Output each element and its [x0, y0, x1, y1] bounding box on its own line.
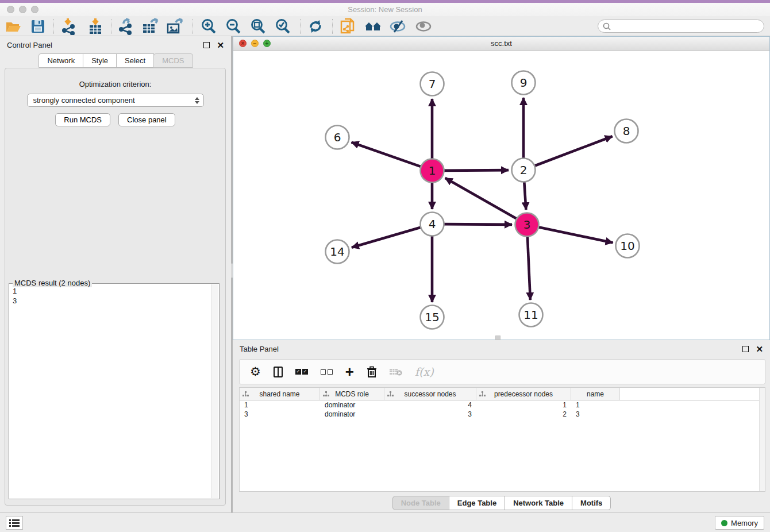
network-canvas[interactable]: 7968124314101511	[233, 51, 769, 340]
control-panel-title: Control Panel	[7, 41, 203, 49]
export-table-icon[interactable]	[142, 18, 159, 35]
export-image-icon[interactable]	[167, 18, 184, 35]
toolbar-separator	[53, 19, 54, 34]
table-cell[interactable]: 3	[384, 410, 476, 418]
tab-style[interactable]: Style	[83, 53, 117, 68]
table-row[interactable]: 1dominator411	[240, 400, 765, 410]
network-view-window: × − + scc.txt 7968124314101511	[233, 36, 770, 340]
tab-node-table[interactable]: Node Table	[392, 496, 449, 510]
run-mcds-button[interactable]: Run MCDS	[55, 113, 110, 126]
refresh-icon[interactable]	[307, 18, 324, 35]
table-cell[interactable]: 2	[476, 410, 571, 418]
close-panel-icon[interactable]: ✕	[217, 41, 224, 49]
table-cell[interactable]: 4	[384, 401, 476, 409]
graph-node-label: 9	[520, 76, 528, 90]
column-header-successor-nodes[interactable]: successor nodes	[384, 388, 476, 400]
table-cell[interactable]: dominator	[320, 410, 384, 418]
optimization-criterion-label: Optimization criterion:	[5, 80, 225, 88]
column-header-name[interactable]: name	[571, 388, 620, 400]
import-table-icon[interactable]	[87, 18, 104, 35]
memory-button[interactable]: Memory	[715, 516, 764, 530]
graph-node-label: 8	[623, 124, 630, 138]
zoom-in-icon[interactable]	[200, 18, 217, 35]
tab-select[interactable]: Select	[116, 53, 154, 68]
column-label: successor nodes	[404, 390, 456, 398]
open-session-icon[interactable]	[5, 18, 22, 35]
network-maximize-button[interactable]: +	[263, 40, 271, 47]
sort-hierarchy-icon	[387, 391, 394, 397]
column-header-predecessor-nodes[interactable]: predecessor nodes	[476, 388, 571, 400]
network-window-controls: × − +	[239, 40, 271, 47]
zoom-fit-icon[interactable]	[249, 18, 267, 35]
status-bar: Memory	[0, 512, 770, 532]
search-input[interactable]	[614, 22, 764, 30]
import-network-icon[interactable]	[60, 18, 78, 35]
edge-4-14[interactable]	[352, 227, 422, 247]
edge-4-3[interactable]	[443, 224, 512, 225]
edge-1-6[interactable]	[352, 142, 422, 167]
table-cell[interactable]: 1	[240, 401, 320, 409]
table-cell[interactable]: 1	[476, 401, 571, 409]
edge-2-8[interactable]	[534, 136, 613, 166]
network-close-button[interactable]: ×	[239, 40, 247, 47]
edge-3-10[interactable]	[538, 227, 613, 243]
column-label: name	[587, 390, 604, 398]
deselect-all-columns-icon[interactable]	[321, 369, 333, 375]
show-graphics-icon[interactable]	[415, 18, 432, 35]
table-row[interactable]: 3dominator323	[240, 410, 765, 419]
tab-network[interactable]: Network	[38, 53, 83, 68]
function-builder-icon: f(x)	[415, 365, 434, 378]
table-settings-icon[interactable]: ⚙	[250, 365, 261, 379]
table-float-panel-icon[interactable]	[742, 346, 749, 352]
add-column-icon[interactable]: +	[345, 366, 354, 377]
show-column-icon[interactable]	[274, 367, 283, 377]
node-table[interactable]: shared nameMCDS rolesuccessor nodesprede…	[239, 387, 765, 492]
edge-2-3[interactable]	[524, 181, 526, 210]
task-history-button[interactable]	[6, 516, 23, 530]
mcds-result-scrollbar[interactable]	[211, 284, 218, 498]
tab-mcds[interactable]: MCDS	[153, 53, 192, 68]
column-header-shared-name[interactable]: shared name	[240, 388, 320, 400]
close-panel-button[interactable]: Close panel	[118, 113, 175, 126]
control-panel-header: Control Panel ✕	[0, 36, 231, 53]
edge-1-2[interactable]	[443, 170, 509, 171]
sort-hierarchy-icon	[323, 391, 329, 397]
save-session-icon[interactable]	[29, 18, 47, 35]
horizontal-splitter-grip[interactable]	[495, 336, 500, 340]
table-cell[interactable]: 3	[571, 410, 620, 418]
table-panel-title: Table Panel	[240, 345, 742, 353]
graph-node-label: 10	[620, 239, 634, 253]
edge-3-11[interactable]	[528, 236, 530, 300]
table-scrollbar[interactable]	[759, 388, 765, 491]
search-field[interactable]	[598, 20, 764, 33]
table-panel: Table Panel ✕ ⚙ ✓✓ + f(x) shared nameMCD…	[233, 340, 770, 512]
sort-hierarchy-icon	[242, 391, 249, 397]
export-network-icon[interactable]	[117, 18, 134, 35]
edge-3-1[interactable]	[445, 178, 518, 219]
graph-node-label: 6	[334, 130, 341, 144]
column-header-MCDS-role[interactable]: MCDS role	[320, 388, 384, 400]
delete-column-icon[interactable]	[367, 366, 377, 378]
table-cell[interactable]: dominator	[320, 401, 384, 409]
column-header-filler	[620, 388, 765, 400]
toolbar-separator	[332, 19, 333, 34]
tab-motifs[interactable]: Motifs	[572, 496, 611, 510]
zoom-out-icon[interactable]	[225, 18, 242, 35]
table-toolbar: ⚙ ✓✓ + f(x)	[239, 359, 765, 384]
home-layout-icon[interactable]	[364, 18, 382, 35]
table-cell[interactable]: 3	[240, 410, 320, 418]
network-window-titlebar[interactable]: × − + scc.txt	[233, 37, 769, 51]
copy-network-icon[interactable]	[339, 18, 356, 35]
mcds-result-text[interactable]: 1 3	[13, 286, 210, 496]
table-close-panel-icon[interactable]: ✕	[756, 345, 763, 353]
tab-network-table[interactable]: Network Table	[505, 496, 572, 510]
optimization-criterion-dropdown[interactable]: strongly connected component	[27, 94, 204, 107]
float-panel-icon[interactable]	[203, 42, 210, 48]
zoom-selected-icon[interactable]	[274, 18, 291, 35]
select-all-columns-icon[interactable]: ✓✓	[295, 369, 308, 375]
table-cell[interactable]: 1	[571, 401, 620, 409]
graph-node-label: 15	[425, 310, 439, 324]
hide-graphics-icon[interactable]	[389, 18, 406, 35]
network-minimize-button[interactable]: −	[251, 40, 259, 47]
tab-edge-table[interactable]: Edge Table	[449, 496, 505, 510]
